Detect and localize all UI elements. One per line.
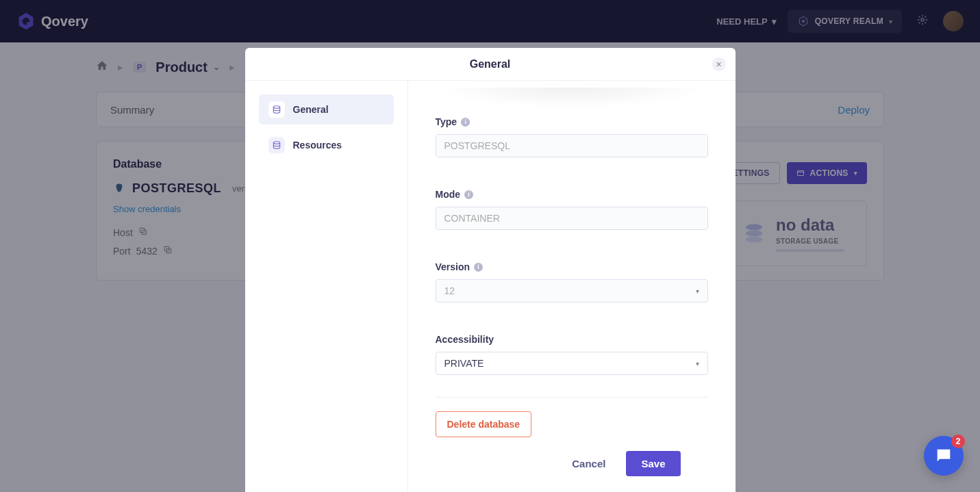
field-mode: Mode i — [436, 189, 708, 230]
chat-icon — [934, 446, 953, 465]
field-accessibility: Accessibility PRIVATE ▾ — [436, 334, 708, 375]
field-version: Version i 12 ▾ — [436, 261, 708, 302]
modal-close-button[interactable]: ✕ — [712, 57, 726, 71]
modal-title: General — [470, 58, 511, 70]
field-type: Type i — [436, 116, 708, 157]
sidebar-item-label: General — [293, 104, 329, 115]
chevron-down-icon: ▾ — [696, 287, 699, 295]
type-label: Type — [436, 116, 457, 127]
field-label: Accessibility — [436, 334, 708, 345]
mode-input — [436, 207, 708, 230]
version-label: Version — [436, 261, 470, 272]
info-icon[interactable]: i — [464, 190, 473, 199]
mode-label: Mode — [436, 189, 461, 200]
modal-header: General ✕ — [245, 48, 736, 81]
modal-main: Type i Mode i Version i — [408, 81, 736, 492]
sidebar-item-resources[interactable]: Resources — [259, 130, 394, 160]
sidebar-item-general[interactable]: General — [259, 94, 394, 125]
chevron-down-icon: ▾ — [696, 360, 699, 367]
svg-point-16 — [273, 106, 279, 109]
delete-database-button[interactable]: Delete database — [436, 411, 532, 437]
modal-body: General Resources Type i — [245, 81, 736, 492]
svg-point-17 — [273, 142, 279, 144]
settings-modal: General ✕ General Resources — [245, 48, 736, 492]
sidebar-item-label: Resources — [293, 140, 342, 151]
database-icon — [268, 101, 285, 118]
save-button[interactable]: Save — [626, 451, 680, 476]
accessibility-value: PRIVATE — [444, 358, 484, 369]
modal-overlay: General ✕ General Resources — [0, 0, 980, 492]
close-icon: ✕ — [716, 60, 722, 69]
field-label: Version i — [436, 261, 708, 272]
version-value: 12 — [444, 285, 455, 296]
field-label: Mode i — [436, 189, 708, 200]
accessibility-label: Accessibility — [436, 334, 494, 345]
chat-badge: 2 — [951, 435, 965, 448]
database-icon — [268, 137, 285, 153]
type-input — [436, 134, 708, 157]
cancel-button[interactable]: Cancel — [572, 458, 605, 469]
modal-footer: Cancel Save — [436, 437, 708, 492]
chat-button[interactable]: 2 — [924, 436, 964, 476]
modal-sidebar: General Resources — [245, 81, 408, 492]
field-label: Type i — [436, 116, 708, 127]
accessibility-select[interactable]: PRIVATE ▾ — [436, 352, 708, 375]
version-select: 12 ▾ — [436, 279, 708, 302]
info-icon[interactable]: i — [474, 263, 483, 272]
divider — [436, 397, 708, 398]
info-icon[interactable]: i — [461, 118, 470, 127]
scroll-shadow — [436, 88, 708, 108]
